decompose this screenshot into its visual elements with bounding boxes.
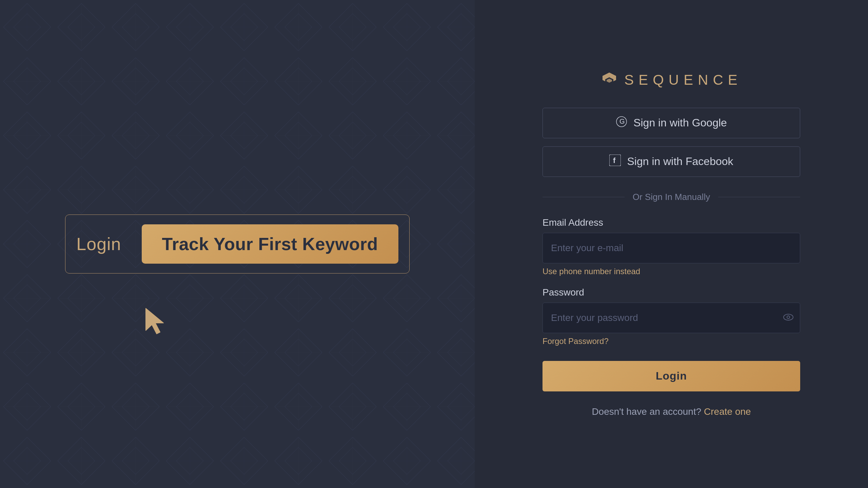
svg-text:G: G — [619, 118, 625, 125]
divider-line-left — [542, 197, 625, 197]
cursor-arrow — [142, 305, 170, 332]
track-keyword-tab[interactable]: Track Your First Keyword — [142, 224, 398, 264]
right-panel: SEQUENCE G Sign in with Google f Sign in… — [475, 0, 868, 488]
google-icon: G — [616, 116, 627, 130]
login-tab[interactable]: Login — [76, 234, 121, 254]
password-input[interactable] — [542, 303, 800, 333]
create-account-link[interactable]: Create one — [704, 406, 751, 417]
create-account-section: Doesn't have an account? Create one — [592, 406, 751, 417]
google-signin-button[interactable]: G Sign in with Google — [542, 108, 800, 138]
use-phone-link[interactable]: Use phone number instead — [542, 267, 800, 276]
svg-text:f: f — [613, 156, 616, 165]
facebook-signin-button[interactable]: f Sign in with Facebook — [542, 146, 800, 177]
left-panel: Login Track Your First Keyword — [0, 0, 475, 488]
tab-switcher: Login Track Your First Keyword — [65, 215, 409, 273]
divider-text: Or Sign In Manually — [633, 192, 710, 202]
facebook-icon: f — [609, 155, 621, 169]
email-input[interactable] — [542, 233, 800, 263]
svg-marker-11 — [146, 308, 163, 334]
svg-point-19 — [784, 314, 793, 320]
password-field-group: Password Forgot Password? — [542, 287, 800, 346]
logo-icon — [600, 71, 618, 89]
login-button[interactable]: Login — [542, 361, 800, 391]
logo-area: SEQUENCE — [600, 71, 742, 89]
password-label: Password — [542, 287, 800, 298]
divider-line-right — [718, 197, 800, 197]
forgot-password-link[interactable]: Forgot Password? — [542, 337, 800, 346]
password-input-wrapper — [542, 303, 800, 333]
email-field-group: Email Address Use phone number instead — [542, 217, 800, 276]
no-account-text: Doesn't have an account? — [592, 406, 701, 417]
login-card: SEQUENCE G Sign in with Google f Sign in… — [542, 71, 800, 417]
or-divider: Or Sign In Manually — [542, 192, 800, 202]
email-label: Email Address — [542, 217, 800, 228]
facebook-signin-label: Sign in with Facebook — [627, 155, 733, 168]
google-signin-label: Sign in with Google — [633, 117, 727, 129]
logo-text: SEQUENCE — [624, 72, 742, 88]
svg-point-20 — [787, 316, 790, 319]
password-toggle-icon[interactable] — [783, 312, 793, 323]
